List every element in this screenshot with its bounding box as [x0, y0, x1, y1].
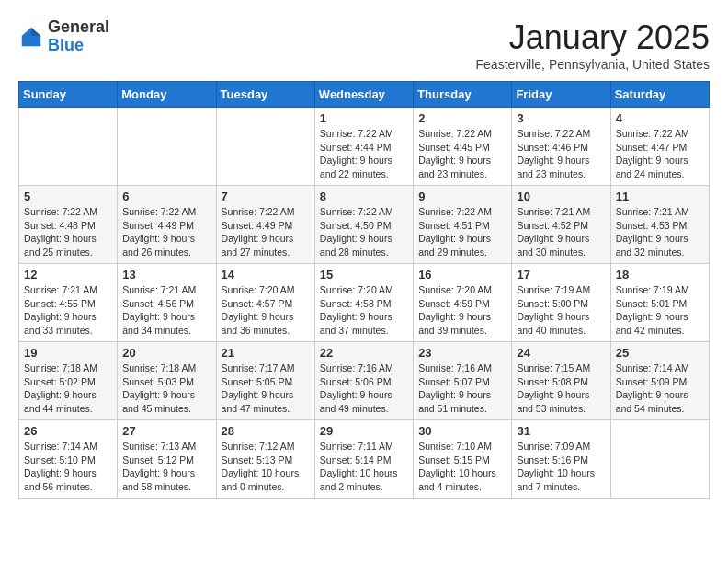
day-info: Sunrise: 7:21 AM Sunset: 4:53 PM Dayligh… [616, 205, 704, 259]
calendar-day-cell [118, 108, 216, 186]
calendar-day-cell: 22Sunrise: 7:16 AM Sunset: 5:06 PM Dayli… [314, 342, 413, 420]
logo-blue: Blue [48, 37, 109, 55]
day-number: 1 [320, 111, 408, 125]
day-info: Sunrise: 7:21 AM Sunset: 4:56 PM Dayligh… [122, 283, 210, 338]
day-info: Sunrise: 7:14 AM Sunset: 5:09 PM Dayligh… [616, 362, 704, 416]
calendar-day-cell: 15Sunrise: 7:20 AM Sunset: 4:58 PM Dayli… [314, 264, 413, 342]
calendar-week-row: 5Sunrise: 7:22 AM Sunset: 4:48 PM Daylig… [19, 186, 710, 264]
day-info: Sunrise: 7:22 AM Sunset: 4:47 PM Dayligh… [616, 127, 704, 181]
day-number: 24 [517, 346, 605, 360]
calendar-week-row: 19Sunrise: 7:18 AM Sunset: 5:02 PM Dayli… [19, 342, 710, 420]
day-info: Sunrise: 7:11 AM Sunset: 5:14 PM Dayligh… [320, 440, 408, 494]
location: Feasterville, Pennsylvania, United State… [476, 57, 710, 72]
day-info: Sunrise: 7:22 AM Sunset: 4:45 PM Dayligh… [418, 127, 506, 181]
day-number: 2 [418, 111, 506, 125]
day-number: 16 [418, 268, 506, 282]
svg-marker-1 [31, 28, 40, 36]
day-number: 3 [517, 111, 605, 125]
day-info: Sunrise: 7:18 AM Sunset: 5:03 PM Dayligh… [122, 362, 210, 416]
day-info: Sunrise: 7:12 AM Sunset: 5:13 PM Dayligh… [222, 440, 310, 494]
day-number: 5 [24, 190, 112, 203]
calendar-day-cell: 5Sunrise: 7:22 AM Sunset: 4:48 PM Daylig… [19, 186, 118, 264]
day-number: 21 [222, 346, 310, 360]
day-info: Sunrise: 7:20 AM Sunset: 4:58 PM Dayligh… [320, 283, 408, 338]
day-info: Sunrise: 7:14 AM Sunset: 5:10 PM Dayligh… [24, 440, 112, 494]
day-info: Sunrise: 7:21 AM Sunset: 4:55 PM Dayligh… [24, 283, 112, 338]
calendar-week-row: 26Sunrise: 7:14 AM Sunset: 5:10 PM Dayli… [19, 420, 710, 499]
day-number: 22 [320, 346, 408, 360]
day-info: Sunrise: 7:21 AM Sunset: 4:52 PM Dayligh… [517, 205, 605, 259]
month-title: January 2025 [476, 18, 710, 57]
day-info: Sunrise: 7:22 AM Sunset: 4:49 PM Dayligh… [122, 205, 210, 259]
day-number: 30 [418, 424, 506, 438]
day-number: 17 [517, 268, 605, 282]
day-info: Sunrise: 7:22 AM Sunset: 4:44 PM Dayligh… [320, 127, 408, 181]
page-header: General Blue January 2025 Feasterville, … [18, 18, 710, 72]
day-info: Sunrise: 7:16 AM Sunset: 5:07 PM Dayligh… [418, 362, 506, 416]
calendar-day-cell: 27Sunrise: 7:13 AM Sunset: 5:12 PM Dayli… [118, 420, 216, 499]
day-info: Sunrise: 7:22 AM Sunset: 4:51 PM Dayligh… [418, 205, 506, 259]
day-number: 18 [616, 268, 704, 282]
day-info: Sunrise: 7:20 AM Sunset: 4:59 PM Dayligh… [418, 283, 506, 338]
calendar-day-cell: 6Sunrise: 7:22 AM Sunset: 4:49 PM Daylig… [118, 186, 216, 264]
day-number: 20 [122, 346, 210, 360]
day-number: 27 [122, 424, 210, 438]
logo-general: General [48, 18, 109, 37]
calendar-day-cell: 30Sunrise: 7:10 AM Sunset: 5:15 PM Dayli… [414, 420, 512, 499]
day-number: 14 [222, 268, 310, 282]
title-area: January 2025 Feasterville, Pennsylvania,… [476, 18, 710, 72]
calendar-day-cell: 9Sunrise: 7:22 AM Sunset: 4:51 PM Daylig… [414, 186, 512, 264]
logo-icon [18, 24, 44, 50]
day-number: 29 [320, 424, 408, 438]
calendar-day-cell [610, 420, 709, 499]
day-number: 12 [24, 268, 112, 282]
calendar-day-cell: 20Sunrise: 7:18 AM Sunset: 5:03 PM Dayli… [118, 342, 216, 420]
day-number: 31 [517, 424, 605, 438]
day-number: 4 [616, 111, 704, 125]
calendar-day-cell: 26Sunrise: 7:14 AM Sunset: 5:10 PM Dayli… [19, 420, 118, 499]
calendar-body: 1Sunrise: 7:22 AM Sunset: 4:44 PM Daylig… [19, 108, 710, 499]
day-of-week-header: Wednesday [314, 82, 413, 108]
day-info: Sunrise: 7:13 AM Sunset: 5:12 PM Dayligh… [122, 440, 210, 494]
day-info: Sunrise: 7:19 AM Sunset: 5:00 PM Dayligh… [517, 283, 605, 338]
calendar-day-cell: 10Sunrise: 7:21 AM Sunset: 4:52 PM Dayli… [512, 186, 610, 264]
calendar: SundayMondayTuesdayWednesdayThursdayFrid… [18, 81, 710, 499]
calendar-day-cell: 3Sunrise: 7:22 AM Sunset: 4:46 PM Daylig… [512, 108, 610, 186]
calendar-day-cell: 25Sunrise: 7:14 AM Sunset: 5:09 PM Dayli… [610, 342, 709, 420]
day-info: Sunrise: 7:22 AM Sunset: 4:50 PM Dayligh… [320, 205, 408, 259]
calendar-day-cell: 31Sunrise: 7:09 AM Sunset: 5:16 PM Dayli… [512, 420, 610, 499]
day-number: 28 [222, 424, 310, 438]
day-number: 8 [320, 190, 408, 203]
calendar-day-cell: 7Sunrise: 7:22 AM Sunset: 4:49 PM Daylig… [216, 186, 314, 264]
calendar-day-cell: 23Sunrise: 7:16 AM Sunset: 5:07 PM Dayli… [414, 342, 512, 420]
calendar-day-cell: 21Sunrise: 7:17 AM Sunset: 5:05 PM Dayli… [216, 342, 314, 420]
calendar-day-cell: 29Sunrise: 7:11 AM Sunset: 5:14 PM Dayli… [314, 420, 413, 499]
calendar-day-cell: 4Sunrise: 7:22 AM Sunset: 4:47 PM Daylig… [610, 108, 709, 186]
calendar-day-cell [19, 108, 118, 186]
day-info: Sunrise: 7:15 AM Sunset: 5:08 PM Dayligh… [517, 362, 605, 416]
day-number: 25 [616, 346, 704, 360]
calendar-day-cell: 28Sunrise: 7:12 AM Sunset: 5:13 PM Dayli… [216, 420, 314, 499]
day-info: Sunrise: 7:19 AM Sunset: 5:01 PM Dayligh… [616, 283, 704, 338]
day-of-week-header: Saturday [610, 82, 709, 108]
day-of-week-header: Thursday [414, 82, 512, 108]
day-of-week-header: Sunday [19, 82, 118, 108]
day-info: Sunrise: 7:18 AM Sunset: 5:02 PM Dayligh… [24, 362, 112, 416]
calendar-day-cell: 2Sunrise: 7:22 AM Sunset: 4:45 PM Daylig… [414, 108, 512, 186]
calendar-day-cell: 14Sunrise: 7:20 AM Sunset: 4:57 PM Dayli… [216, 264, 314, 342]
day-number: 13 [122, 268, 210, 282]
day-number: 11 [616, 190, 704, 203]
calendar-day-cell: 19Sunrise: 7:18 AM Sunset: 5:02 PM Dayli… [19, 342, 118, 420]
day-number: 23 [418, 346, 506, 360]
calendar-day-cell: 16Sunrise: 7:20 AM Sunset: 4:59 PM Dayli… [414, 264, 512, 342]
day-info: Sunrise: 7:22 AM Sunset: 4:46 PM Dayligh… [517, 127, 605, 181]
day-info: Sunrise: 7:22 AM Sunset: 4:49 PM Dayligh… [222, 205, 310, 259]
day-of-week-header: Friday [512, 82, 610, 108]
day-number: 26 [24, 424, 112, 438]
calendar-week-row: 12Sunrise: 7:21 AM Sunset: 4:55 PM Dayli… [19, 264, 710, 342]
day-number: 7 [222, 190, 310, 203]
day-info: Sunrise: 7:09 AM Sunset: 5:16 PM Dayligh… [517, 440, 605, 494]
day-of-week-header: Monday [118, 82, 216, 108]
days-of-week-row: SundayMondayTuesdayWednesdayThursdayFrid… [19, 82, 710, 108]
day-info: Sunrise: 7:17 AM Sunset: 5:05 PM Dayligh… [222, 362, 310, 416]
